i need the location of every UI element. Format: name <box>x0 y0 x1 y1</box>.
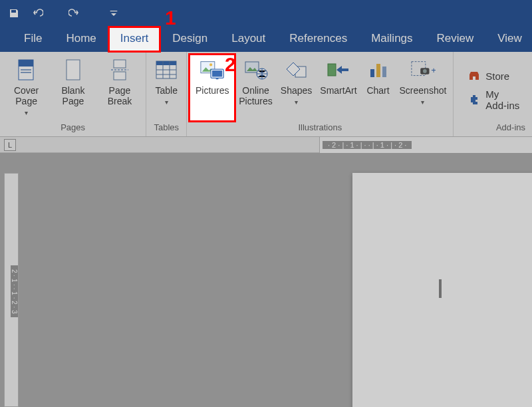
svg-rect-4 <box>66 60 80 80</box>
ribbon: Cover Page▾ Blank Page Page Break Pages <box>0 52 532 137</box>
screenshot-label: Screenshot <box>400 85 447 96</box>
screenshot-button[interactable]: + Screenshot▾ <box>396 55 451 121</box>
pictures-icon <box>200 57 225 82</box>
vertical-ruler[interactable]: 2 · 1 · · 1 · 2 · 3 <box>4 173 19 407</box>
tab-file[interactable]: File <box>12 27 54 52</box>
svg-rect-19 <box>376 64 380 77</box>
chart-button[interactable]: Chart <box>361 55 396 121</box>
online-pictures-button[interactable]: OnlinePictures <box>235 55 277 121</box>
page-break-button[interactable]: Page Break <box>96 55 144 121</box>
svg-rect-3 <box>21 72 31 73</box>
shapes-button[interactable]: Shapes▾ <box>277 55 316 121</box>
svg-rect-20 <box>382 67 386 77</box>
tab-references[interactable]: References <box>277 27 359 52</box>
document-page[interactable] <box>352 173 532 407</box>
svg-rect-5 <box>114 60 126 68</box>
cover-page-button[interactable]: Cover Page▾ <box>3 55 50 121</box>
shapes-icon <box>284 57 309 82</box>
document-area: 2 · 1 · · 1 · 2 · 3 <box>0 153 532 407</box>
tab-home[interactable]: Home <box>54 27 108 52</box>
smartart-icon <box>326 57 351 82</box>
tab-design[interactable]: Design <box>160 27 219 52</box>
shapes-label: Shapes <box>281 85 312 96</box>
save-button[interactable] <box>4 4 24 23</box>
page-break-label: Page Break <box>108 85 132 106</box>
tab-selector[interactable]: L <box>4 139 16 151</box>
chevron-down-icon <box>108 8 119 19</box>
online-pictures-label-1: Online <box>242 85 269 96</box>
store-button[interactable]: Store <box>468 70 520 82</box>
group-addins: Store My Add-ins Add-ins <box>454 52 532 136</box>
tab-review[interactable]: Review <box>425 27 486 52</box>
online-pictures-label-2: Pictures <box>239 96 273 106</box>
ruler-scale: · 2 · | · 1 · | · · | · 1 · | · 2 · <box>323 141 412 149</box>
cover-page-label: Cover Page <box>14 85 39 106</box>
redo-button[interactable] <box>64 4 84 23</box>
quick-access-toolbar <box>0 0 532 27</box>
dropdown-icon: ▾ <box>421 98 424 106</box>
dropdown-icon: ▾ <box>295 98 298 106</box>
online-pictures-icon <box>243 57 269 82</box>
svg-rect-6 <box>114 72 126 80</box>
blank-page-icon <box>61 57 86 82</box>
svg-point-10 <box>209 63 212 66</box>
svg-rect-25 <box>473 76 475 80</box>
callout-2: 2 <box>225 53 236 76</box>
text-cursor <box>439 279 442 298</box>
my-addins-button[interactable]: My Add-ins <box>468 88 520 111</box>
screenshot-icon: + <box>410 57 436 82</box>
tab-layout[interactable]: Layout <box>219 27 277 52</box>
tab-insert[interactable]: Insert <box>108 27 161 52</box>
store-label: Store <box>485 70 509 82</box>
chart-icon <box>366 57 391 82</box>
addins-icon <box>468 94 480 106</box>
svg-rect-12 <box>212 70 222 77</box>
svg-rect-13 <box>216 78 219 79</box>
blank-page-label: Blank Page <box>61 85 84 106</box>
dropdown-icon: ▾ <box>25 109 28 116</box>
svg-point-23 <box>423 69 427 73</box>
customize-qat-button[interactable] <box>104 4 124 23</box>
svg-rect-8 <box>156 61 176 65</box>
blank-page-button[interactable]: Blank Page <box>50 55 96 121</box>
smartart-button[interactable]: SmartArt <box>316 55 360 121</box>
ribbon-tabs: File Home Insert Design Layout Reference… <box>0 27 532 52</box>
svg-rect-17 <box>328 64 336 76</box>
save-icon <box>9 8 19 19</box>
table-icon <box>154 57 179 82</box>
page-break-icon <box>107 57 132 82</box>
cover-page-icon <box>14 57 39 82</box>
horizontal-ruler[interactable]: · 2 · | · 1 · | · · | · 1 · | · 2 · <box>319 137 532 153</box>
group-tables-label: Tables <box>154 121 179 135</box>
group-pages-label: Pages <box>61 121 85 135</box>
table-label: Table <box>156 85 178 96</box>
group-pages: Cover Page▾ Blank Page Page Break Pages <box>0 52 146 136</box>
group-addins-label: Add-ins <box>496 121 529 135</box>
svg-rect-2 <box>21 69 31 70</box>
group-tables: Table▾ Tables <box>146 52 187 136</box>
redo-icon <box>68 8 79 19</box>
store-icon <box>468 70 480 82</box>
table-button[interactable]: Table▾ <box>149 55 184 121</box>
dropdown-icon: ▾ <box>165 98 168 106</box>
svg-rect-1 <box>19 60 33 67</box>
undo-icon <box>33 8 43 19</box>
chart-label: Chart <box>366 85 389 96</box>
my-addins-label: My Add-ins <box>485 88 520 111</box>
smartart-label: SmartArt <box>320 85 356 96</box>
svg-rect-18 <box>370 69 374 77</box>
pictures-label: Pictures <box>196 85 229 96</box>
tab-view[interactable]: View <box>485 27 532 52</box>
svg-text:+: + <box>431 65 436 75</box>
tab-mailings[interactable]: Mailings <box>359 27 424 52</box>
callout-1: 1 <box>165 7 176 29</box>
group-illustrations-label: Illustrations <box>298 121 342 135</box>
ruler-scale-v: 2 · 1 · · 1 · 2 · 3 <box>11 265 18 318</box>
ruler-bar: L · 2 · | · 1 · | · · | · 1 · | · 2 · <box>0 137 532 153</box>
undo-button[interactable] <box>28 4 48 23</box>
